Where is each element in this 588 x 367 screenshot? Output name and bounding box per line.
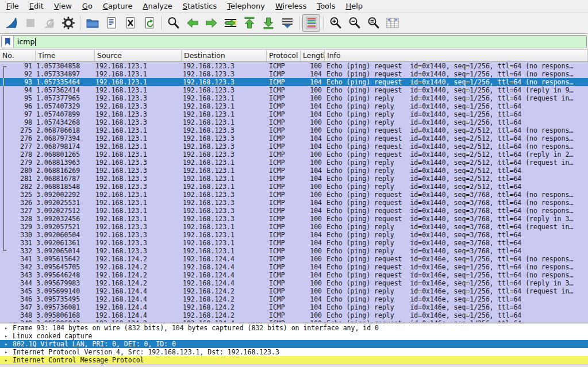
packet-row-331[interactable]: 3313.092061361192.168.123.3192.168.123.1… — [0, 239, 588, 247]
expand-arrow-icon[interactable]: ▸ — [5, 324, 7, 332]
packet-row-282[interactable]: 2822.068818548192.168.123.3192.168.123.1… — [0, 183, 588, 191]
column-header-no[interactable]: No. — [0, 50, 36, 61]
display-filter-input[interactable]: icmp — [1, 35, 587, 48]
auto-scroll-button[interactable] — [278, 14, 296, 32]
menu-go[interactable]: Go — [77, 1, 98, 11]
capture-options-button[interactable] — [59, 14, 77, 32]
packet-row-329[interactable]: 3293.092057521192.168.123.3192.168.123.1… — [0, 223, 588, 231]
go-to-first-packet-button[interactable] — [240, 14, 258, 32]
menu-statistics[interactable]: Statistics — [178, 1, 222, 11]
menu-capture[interactable]: Capture — [98, 1, 138, 11]
packet-row-97[interactable]: 971.057407899192.168.123.3192.168.123.1I… — [0, 110, 588, 118]
packet-row-328[interactable]: 3283.092032456192.168.123.1192.168.123.3… — [0, 215, 588, 223]
column-header-length[interactable]: Length — [301, 50, 325, 61]
menu-edit[interactable]: Edit — [24, 1, 49, 11]
menu-analyze[interactable]: Analyze — [138, 1, 178, 11]
packet-row-348[interactable]: 3483.095806168192.168.124.4192.168.124.2… — [0, 311, 588, 319]
packet-row-276[interactable]: 2762.068797394192.168.123.1192.168.123.3… — [0, 134, 588, 142]
column-header-protocol[interactable]: Protocol — [267, 50, 301, 61]
menu-help[interactable]: Help — [340, 1, 368, 11]
go-to-last-packet-button[interactable] — [259, 14, 277, 32]
cell-dst: 192.168.124.2 — [182, 287, 267, 295]
packet-row-278[interactable]: 2782.068801265192.168.123.1192.168.123.3… — [0, 150, 588, 159]
packet-row-330[interactable]: 3303.092060504192.168.123.3192.168.123.1… — [0, 231, 588, 239]
packet-row-327[interactable]: 3273.092027512192.168.123.1192.168.123.3… — [0, 207, 588, 215]
column-header-time[interactable]: Time — [36, 50, 95, 61]
filter-bookmark-button[interactable] — [2, 36, 14, 48]
arrow-top-icon — [243, 16, 256, 30]
packet-row-275[interactable]: 2752.068786618192.168.123.1192.168.123.3… — [0, 126, 588, 134]
menu-telephony[interactable]: Telephony — [222, 1, 270, 11]
cell-no: 93 — [0, 78, 36, 86]
go-to-packet-button[interactable] — [221, 14, 239, 32]
find-packet-button[interactable] — [164, 14, 182, 32]
packet-row-341[interactable]: 3413.095615642192.168.124.2192.168.124.4… — [0, 255, 588, 263]
cell-len: 100 — [301, 215, 325, 223]
packet-row-326[interactable]: 3263.092025531192.168.123.1192.168.123.3… — [0, 199, 588, 207]
cell-dst: 192.168.124.4 — [182, 319, 267, 322]
cell-no: 278 — [0, 150, 36, 159]
detail-row[interactable]: ▸Linux cooked capture — [0, 332, 588, 340]
cell-len: 100 — [301, 255, 325, 263]
start-capture-button[interactable] — [2, 14, 20, 32]
packet-row-277[interactable]: 2772.068798174192.168.123.1192.168.123.3… — [0, 142, 588, 150]
packet-row-325[interactable]: 3253.092002292192.168.123.1192.168.123.3… — [0, 191, 588, 199]
cell-dst: 192.168.123.1 — [182, 118, 267, 126]
menu-file[interactable]: File — [1, 1, 24, 11]
detail-row[interactable]: ▸Frame 93: 104 bytes on wire (832 bits),… — [0, 324, 588, 332]
open-capture-file-button[interactable] — [83, 14, 101, 32]
reload-capture-file-button[interactable] — [140, 14, 158, 32]
expand-arrow-icon[interactable]: ▸ — [5, 348, 7, 356]
zoom-out-button[interactable] — [345, 14, 363, 32]
expand-arrow-icon[interactable]: ▸ — [5, 332, 7, 340]
packet-row-93[interactable]: 931.057335464192.168.123.1192.168.123.3I… — [0, 78, 588, 86]
packet-row-279[interactable]: 2792.068813963192.168.123.3192.168.123.1… — [0, 159, 588, 167]
packet-row-94[interactable]: 941.057362414192.168.123.1192.168.123.3I… — [0, 86, 588, 94]
packet-row-346[interactable]: 3463.095735495192.168.124.4192.168.124.2… — [0, 295, 588, 303]
cell-len: 104 — [301, 271, 325, 279]
cell-no: 280 — [0, 167, 36, 175]
packet-row-344[interactable]: 3443.095679983192.168.124.2192.168.124.4… — [0, 279, 588, 287]
cell-no: 349 — [0, 319, 36, 322]
cell-time: 2.068786618 — [36, 126, 95, 134]
packet-row-280[interactable]: 2802.068816269192.168.123.3192.168.123.1… — [0, 167, 588, 175]
packet-row-92[interactable]: 921.057334897192.168.123.1192.168.123.3I… — [0, 70, 588, 78]
zoom-original-button[interactable] — [364, 14, 382, 32]
column-header-info[interactable]: Info — [325, 50, 588, 61]
packet-row-332[interactable]: 3323.092065014192.168.123.3192.168.123.1… — [0, 247, 588, 255]
packet-row-98[interactable]: 981.057434268192.168.123.3192.168.123.1I… — [0, 118, 588, 126]
detail-row[interactable]: ▸Internet Protocol Version 4, Src: 192.1… — [0, 348, 588, 356]
packet-row-96[interactable]: 961.057407329192.168.123.3192.168.123.1I… — [0, 102, 588, 110]
menu-view[interactable]: View — [49, 1, 77, 11]
packet-row-347[interactable]: 3473.095736081192.168.124.4192.168.124.2… — [0, 303, 588, 311]
go-forward-button[interactable] — [202, 14, 220, 32]
toolbar-separator — [299, 16, 299, 30]
packet-row-342[interactable]: 3423.095645705192.168.124.2192.168.124.4… — [0, 263, 588, 271]
detail-row[interactable]: ▸802.1Q Virtual LAN, PRI: 0, DEI: 0, ID:… — [0, 340, 588, 348]
colorize-packets-button[interactable] — [302, 14, 320, 32]
column-header-destination[interactable]: Destination — [182, 50, 267, 61]
cell-time: 1.057335464 — [36, 78, 95, 86]
packet-row-281[interactable]: 2812.068816787192.168.123.3192.168.123.1… — [0, 175, 588, 183]
detail-row[interactable]: ▸Internet Control Message Protocol — [0, 356, 588, 364]
resize-columns-button[interactable] — [383, 14, 401, 32]
column-header-source[interactable]: Source — [95, 50, 182, 61]
cell-src: 192.168.124.4 — [95, 295, 182, 303]
packet-row-349[interactable]: 3493.095806942192.168.124.2192.168.124.4… — [0, 319, 588, 322]
go-back-button[interactable] — [183, 14, 201, 32]
expand-arrow-icon[interactable]: ▸ — [5, 356, 7, 364]
save-capture-file-button[interactable] — [102, 14, 120, 32]
menu-tools[interactable]: Tools — [312, 1, 340, 11]
cell-proto: ICMP — [267, 239, 301, 247]
cell-proto: ICMP — [267, 255, 301, 263]
close-capture-file-button[interactable] — [121, 14, 139, 32]
menu-wireless[interactable]: Wireless — [270, 1, 312, 11]
cell-src: 192.168.123.1 — [95, 126, 182, 134]
cell-proto: ICMP — [267, 247, 301, 255]
expand-arrow-icon[interactable]: ▸ — [5, 340, 7, 348]
packet-row-91[interactable]: 911.057304858192.168.123.1192.168.123.3I… — [0, 62, 588, 70]
zoom-in-button[interactable] — [326, 14, 344, 32]
packet-row-95[interactable]: 951.057377965192.168.123.3192.168.123.1I… — [0, 94, 588, 102]
packet-row-345[interactable]: 3453.095699140192.168.124.4192.168.124.2… — [0, 287, 588, 295]
packet-row-343[interactable]: 3433.095646248192.168.124.2192.168.124.4… — [0, 271, 588, 279]
